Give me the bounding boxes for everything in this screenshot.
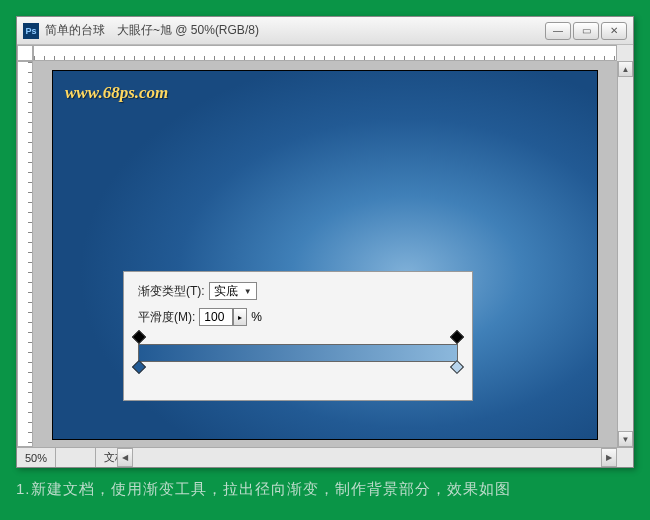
chevron-down-icon: ▼	[244, 287, 252, 296]
gradient-type-label: 渐变类型(T):	[138, 283, 205, 300]
app-icon: Ps	[23, 23, 39, 39]
scroll-down-arrow-icon[interactable]: ▼	[618, 431, 633, 447]
titlebar: Ps 简单的台球 大眼仔~旭 @ 50%(RGB/8) — ▭ ✕	[17, 17, 633, 45]
statusbar: 50% 文档: 2.75M/2.75M ◀ ▶	[17, 447, 633, 467]
document-canvas[interactable]: www.68ps.com 渐变类型(T): 实底 ▼ 平滑度(M): 100 ▸…	[53, 71, 597, 439]
gradient-editor-panel: 渐变类型(T): 实底 ▼ 平滑度(M): 100 ▸ %	[123, 271, 473, 401]
watermark-text: www.68ps.com	[65, 83, 168, 103]
minimize-button[interactable]: —	[545, 22, 571, 40]
scroll-up-arrow-icon[interactable]: ▲	[618, 61, 633, 77]
vertical-ruler[interactable]	[17, 61, 33, 447]
status-spacer	[56, 448, 96, 467]
window-controls: — ▭ ✕	[545, 22, 627, 40]
ruler-origin[interactable]	[17, 45, 33, 61]
tutorial-caption: 1.新建文档，使用渐变工具，拉出径向渐变，制作背景部分，效果如图	[16, 480, 511, 499]
close-button[interactable]: ✕	[601, 22, 627, 40]
horizontal-scrollbar[interactable]: ◀ ▶	[117, 447, 617, 467]
window-title: 简单的台球 大眼仔~旭 @ 50%(RGB/8)	[45, 22, 545, 39]
opacity-stop-right[interactable]	[452, 332, 462, 344]
gradient-preview-bar[interactable]	[138, 344, 458, 362]
smoothness-unit: %	[251, 310, 262, 324]
color-stop-left[interactable]	[134, 362, 144, 374]
zoom-level[interactable]: 50%	[17, 448, 56, 467]
smoothness-stepper[interactable]: ▸	[233, 308, 247, 326]
horizontal-ruler[interactable]	[33, 45, 617, 61]
gradient-type-value: 实底	[214, 283, 238, 300]
gradient-bar-container	[138, 344, 458, 362]
scroll-right-arrow-icon[interactable]: ▶	[601, 448, 617, 467]
scroll-left-arrow-icon[interactable]: ◀	[117, 448, 133, 467]
color-stop-right[interactable]	[452, 362, 462, 374]
maximize-button[interactable]: ▭	[573, 22, 599, 40]
app-window: Ps 简单的台球 大眼仔~旭 @ 50%(RGB/8) — ▭ ✕ www.68…	[16, 16, 634, 468]
gradient-type-dropdown[interactable]: 实底 ▼	[209, 282, 257, 300]
smoothness-label: 平滑度(M):	[138, 309, 195, 326]
vertical-scrollbar[interactable]: ▲ ▼	[617, 61, 633, 447]
smoothness-input[interactable]: 100	[199, 308, 233, 326]
canvas-viewport: www.68ps.com 渐变类型(T): 实底 ▼ 平滑度(M): 100 ▸…	[33, 61, 617, 447]
smoothness-row: 平滑度(M): 100 ▸ %	[138, 308, 458, 326]
opacity-stop-left[interactable]	[134, 332, 144, 344]
gradient-type-row: 渐变类型(T): 实底 ▼	[138, 282, 458, 300]
